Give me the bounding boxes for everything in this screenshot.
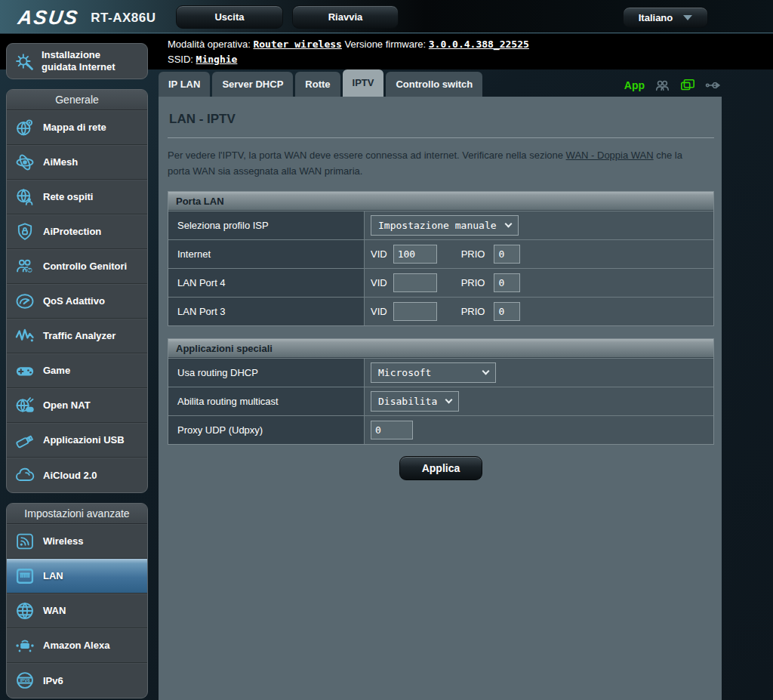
lan-port-table: Porta LAN Seleziona profilo ISP Impostaz… (168, 191, 714, 326)
open-nat-icon (14, 395, 36, 416)
sidebar-item-label: Installazione guidata Internet (42, 49, 132, 73)
wireless-icon (14, 531, 36, 552)
chevron-down-icon (482, 368, 490, 375)
usb-icon[interactable] (705, 79, 723, 92)
sidebar-item-label: Mappa di rete (43, 122, 106, 133)
sidebar-item-lan[interactable]: LAN (7, 559, 147, 594)
sidebar-item-parental-controls[interactable]: Controllo Genitori (7, 249, 147, 284)
sidebar-item-label: AiProtection (43, 226, 101, 237)
adaptive-qos-icon (14, 291, 36, 312)
prio-label: PRIO (461, 248, 485, 260)
sidebar-item-label: Applicazioni USB (43, 434, 125, 446)
lan-port-3-row: LAN Port 3 VID PRIO (168, 297, 713, 325)
special-applications-section-header: Applicazioni speciali (168, 339, 713, 358)
sidebar-item-wireless[interactable]: Wireless (7, 524, 147, 559)
sidebar-item-wan[interactable]: WAN (7, 594, 147, 628)
lan-port-3-label: LAN Port 3 (168, 298, 365, 325)
internet-vid-input[interactable] (393, 245, 437, 264)
sidebar-item-aiprotection[interactable]: AiProtection (7, 214, 147, 249)
udp-proxy-input[interactable] (371, 421, 413, 439)
lan-icon (14, 566, 36, 587)
sidebar-item-game[interactable]: Game (7, 353, 147, 388)
clients-icon[interactable] (654, 78, 670, 93)
sidebar-item-amazon-alexa[interactable]: Amazon Alexa (7, 628, 147, 663)
reboot-button[interactable]: Riavvia (292, 5, 399, 29)
svg-text:IPV6: IPV6 (20, 678, 30, 683)
sidebar-item-setup-wizard[interactable]: Installazione guidata Internet (6, 43, 148, 79)
page-title: LAN - IPTV (168, 112, 714, 127)
description-text-before: Per vedere l'IPTV, la porta WAN deve ess… (168, 150, 566, 161)
dhcp-routing-selected-value: Microsoft (378, 367, 431, 378)
multicast-routing-row: Abilita routing multicast Disabilita (168, 387, 713, 415)
usb-applications-icon (14, 430, 36, 451)
sidebar-item-label: WAN (43, 605, 66, 616)
udp-proxy-label: Proxy UDP (Udpxy) (168, 416, 365, 444)
sidebar-item-aimesh[interactable]: AiMesh (7, 145, 147, 180)
sidebar-item-label: Traffic Analyzer (43, 330, 115, 341)
aimesh-icon (14, 152, 36, 173)
app-link[interactable]: App (624, 79, 645, 91)
dhcp-routing-select[interactable]: Microsoft (371, 362, 496, 383)
language-selector[interactable]: Italiano (623, 7, 708, 28)
logout-button[interactable]: Uscita (176, 5, 283, 29)
top-header: ASUS RT-AX86U Uscita Riavvia Italiano (0, 0, 773, 33)
dual-wan-link[interactable]: WAN - Doppia WAN (566, 150, 654, 161)
sidebar-item-label: Amazon Alexa (43, 640, 109, 651)
aicloud-icon (14, 464, 36, 486)
lan-tabs: IP LAN Server DHCP Rotte IPTV Controllo … (159, 69, 485, 97)
apply-button[interactable]: Applica (399, 456, 483, 480)
wan-icon (14, 600, 36, 621)
tab-dhcp-server[interactable]: Server DHCP (212, 72, 293, 97)
sidebar-item-adaptive-qos[interactable]: QoS Adattivo (7, 284, 147, 319)
prio-label: PRIO (461, 306, 485, 317)
game-icon (14, 360, 36, 381)
parental-controls-icon (14, 256, 36, 277)
special-applications-table: Applicazioni speciali Usa routing DHCP M… (168, 338, 714, 445)
lan-port-4-vid-input[interactable] (393, 273, 437, 292)
sidebar-item-label: QoS Adattivo (43, 295, 105, 307)
sidebar: Installazione guidata Internet Generale … (6, 43, 148, 700)
network-map-icon (14, 117, 36, 138)
traffic-analyzer-icon (14, 325, 36, 347)
sidebar-item-aicloud[interactable]: AiCloud 2.0 (7, 458, 147, 492)
ssid-link[interactable]: Minghie (196, 54, 238, 65)
devices-icon[interactable] (679, 78, 696, 93)
firmware-version-link[interactable]: 3.0.0.4.388_22525 (429, 39, 529, 50)
amazon-alexa-icon (14, 635, 36, 656)
sidebar-item-open-nat[interactable]: Open NAT (7, 388, 147, 423)
vid-label: VID (371, 306, 387, 317)
chevron-down-icon (683, 15, 692, 20)
sidebar-item-ipv6[interactable]: IPV6 IPv6 (7, 663, 147, 698)
sidebar-section-title: Generale (7, 90, 147, 110)
tab-iptv[interactable]: IPTV (343, 69, 384, 97)
tab-switch-control[interactable]: Controllo switch (386, 72, 482, 97)
chevron-down-icon (445, 396, 453, 404)
sidebar-item-label: AiCloud 2.0 (43, 470, 97, 481)
tab-routes[interactable]: Rotte (295, 72, 340, 97)
guest-network-icon (14, 187, 36, 208)
tab-ip-lan[interactable]: IP LAN (159, 72, 210, 97)
sidebar-item-label: Open NAT (43, 399, 91, 411)
chevron-down-icon (504, 220, 512, 228)
lan-port-4-label: LAN Port 4 (168, 269, 365, 297)
main-content-panel: LAN - IPTV Per vedere l'IPTV, la porta W… (159, 97, 722, 700)
sidebar-item-label: Rete ospiti (43, 191, 93, 202)
lan-port-3-vid-input[interactable] (393, 302, 437, 321)
sidebar-item-label: Game (43, 365, 70, 376)
lan-port-4-prio-input[interactable] (494, 273, 520, 292)
operation-mode-link[interactable]: Router wireless (253, 39, 341, 50)
lan-port-3-prio-input[interactable] (494, 302, 520, 321)
isp-profile-select[interactable]: Impostazione manuale (371, 215, 519, 236)
sidebar-section-title: Impostazioni avanzate (7, 504, 147, 524)
sidebar-item-traffic-analyzer[interactable]: Traffic Analyzer (7, 319, 147, 353)
sidebar-item-usb-applications[interactable]: Applicazioni USB (7, 423, 147, 458)
multicast-routing-selected-value: Disabilita (378, 396, 437, 407)
vid-label: VID (371, 277, 387, 288)
ssid-label: SSID: (168, 54, 193, 65)
internet-prio-input[interactable] (494, 245, 520, 264)
multicast-routing-select[interactable]: Disabilita (371, 391, 459, 412)
asus-logo: ASUS (17, 6, 81, 29)
firmware-label: Versione firmware: (345, 39, 427, 50)
sidebar-item-guest-network[interactable]: Rete ospiti (7, 180, 147, 214)
sidebar-item-network-map[interactable]: Mappa di rete (7, 110, 147, 145)
